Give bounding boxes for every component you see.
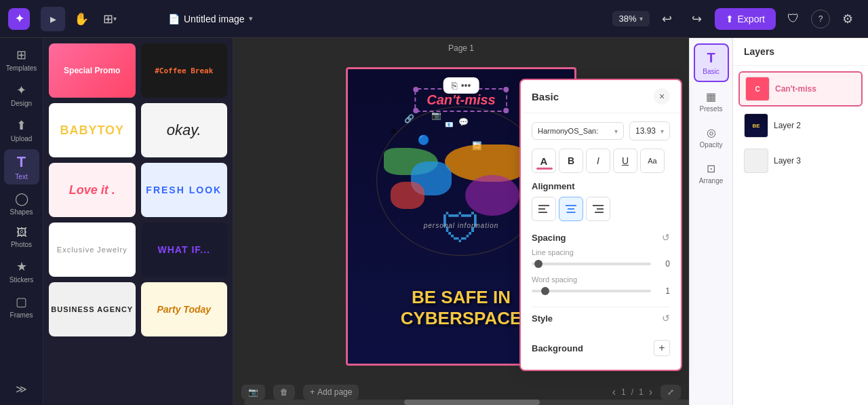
font-selector[interactable]: HarmonyOS_San: ▾ <box>532 122 624 140</box>
redo-btn[interactable]: ↪ <box>685 7 709 31</box>
text-icon: T <box>17 153 26 171</box>
text-color-btn[interactable]: A <box>532 149 556 173</box>
line-spacing-label: Line spacing <box>532 248 670 256</box>
help-btn[interactable]: ? <box>811 9 830 28</box>
line-spacing-track[interactable] <box>532 263 651 265</box>
sidebar-item-frames[interactable]: ▢ Frames <box>4 290 39 323</box>
canvas-scrollbar[interactable] <box>233 374 689 379</box>
case-btn[interactable]: Aa <box>640 149 665 173</box>
design-icon: ✦ <box>16 83 26 98</box>
grid-tool[interactable]: ⊞ ▾ <box>98 7 122 31</box>
font-row: HarmonyOS_San: ▾ 13.93 ▾ <box>532 121 670 140</box>
zoom-level: 38% <box>619 14 637 24</box>
frames-label: Frames <box>10 311 33 319</box>
basic-panel-close-btn[interactable]: × <box>654 88 670 104</box>
font-size-selector[interactable]: 13.93 ▾ <box>629 121 670 140</box>
layer-name: Layer 3 <box>774 156 801 166</box>
sidebar-item-templates[interactable]: ⊞ Templates <box>4 43 39 76</box>
canvas-capture-btn[interactable]: 📷 <box>241 385 265 400</box>
main-area: ⊞ Templates ✦ Design ⬆ Upload T Text ◯ S… <box>0 38 868 405</box>
document-title[interactable]: 📄 Untitled image ▾ <box>168 14 253 24</box>
stickers-icon: ★ <box>16 259 27 274</box>
background-add-btn[interactable]: + <box>654 340 670 356</box>
layer-item[interactable]: Layer 3 <box>738 144 863 177</box>
template-coffee-break[interactable]: #Coffee Break <box>141 43 228 98</box>
align-right-btn[interactable] <box>586 197 610 221</box>
sidebar-item-design[interactable]: ✦ Design <box>4 79 39 111</box>
svg-rect-4 <box>568 208 574 210</box>
canvas-delete-btn[interactable]: 🗑 <box>273 385 295 400</box>
zoom-chevron: ▾ <box>639 15 643 22</box>
template-okay[interactable]: okay. <box>141 103 228 157</box>
layer-item[interactable]: C Can't-miss <box>738 71 863 107</box>
spacing-label: Spacing <box>532 233 566 243</box>
template-fresh-look[interactable]: FRESH LOOK <box>141 163 228 217</box>
panel-icon-basic[interactable]: T Basic <box>694 43 729 82</box>
sidebar-item-stickers[interactable]: ★ Stickers <box>4 255 39 288</box>
font-size-chevron: ▾ <box>660 128 664 135</box>
sidebar-collapse-btn[interactable]: ≫ <box>4 379 39 400</box>
templates-panel: Special Promo #Coffee Break BABYTOY okay… <box>43 38 233 405</box>
underline-btn[interactable]: U <box>613 149 637 173</box>
italic-btn[interactable]: I <box>586 149 610 173</box>
template-business-agency[interactable]: BUSINESS AGENCY <box>49 282 136 336</box>
template-party-today[interactable]: Party Today <box>141 282 228 336</box>
sidebar-item-text[interactable]: T Text <box>4 149 39 185</box>
line-spacing-value: 0 <box>656 259 670 269</box>
style-reset-btn[interactable]: ↺ <box>662 313 670 324</box>
page-next-btn[interactable]: › <box>649 386 652 398</box>
page-indicator: ‹ 1 / 1 › <box>612 386 652 398</box>
align-center-btn[interactable] <box>559 197 583 221</box>
sidebar-item-shapes[interactable]: ◯ Shapes <box>4 187 39 220</box>
undo-btn[interactable]: ↩ <box>655 7 679 31</box>
line-spacing-slider-row: 0 <box>532 259 670 269</box>
zoom-control[interactable]: 38% ▾ <box>612 11 650 26</box>
presets-icon: ▦ <box>706 90 716 103</box>
layer-thumbnail: BE <box>744 113 768 138</box>
more-options-btn[interactable]: ••• <box>461 80 471 91</box>
hand-tool[interactable]: ✋ <box>69 7 94 31</box>
panel-icon-arrange[interactable]: ⊡ Arrange <box>694 157 729 190</box>
upload-icon: ⬆ <box>16 118 26 133</box>
pointer-tool[interactable]: ▸ <box>41 7 65 31</box>
align-left-btn[interactable] <box>532 197 556 221</box>
collapse-icon: ≫ <box>16 383 27 396</box>
template-special-promo[interactable]: Special Promo <box>49 43 136 98</box>
panel-icon-presets[interactable]: ▦ Presets <box>694 85 729 118</box>
spacing-header: Spacing ↺ <box>532 232 670 243</box>
shield-btn[interactable]: 🛡 <box>781 7 806 31</box>
spacing-reset-btn[interactable]: ↺ <box>662 232 670 243</box>
left-sidebar: ⊞ Templates ✦ Design ⬆ Upload T Text ◯ S… <box>0 38 43 405</box>
template-what-if[interactable]: WHAT IF... <box>141 223 228 277</box>
svg-rect-1 <box>538 208 545 210</box>
add-page-btn[interactable]: + Add page <box>303 385 359 400</box>
app-logo[interactable]: ✦ <box>8 8 30 30</box>
style-section: Style ↺ <box>532 307 670 329</box>
page-prev-btn[interactable]: ‹ <box>612 386 616 398</box>
line-spacing-thumb[interactable] <box>534 260 542 268</box>
template-exclusive-jewelry[interactable]: Exclusive Jewelry <box>49 223 136 277</box>
style-header: Style ↺ <box>532 307 670 329</box>
canvas-top-bar: Page 1 <box>233 38 689 58</box>
basic-panel-header: Basic × <box>521 80 681 113</box>
add-page-label: Add page <box>317 387 352 397</box>
settings-btn[interactable]: ⚙ <box>835 7 860 31</box>
background-label: Background <box>532 343 583 353</box>
sidebar-item-photos[interactable]: 🖼 Photos <box>4 223 39 252</box>
photos-icon: 🖼 <box>16 227 27 239</box>
copy-btn[interactable]: ⎘ <box>452 80 457 91</box>
template-love-it[interactable]: Love it . <box>49 163 136 217</box>
word-spacing-thumb[interactable] <box>541 287 549 295</box>
basic-panel-body: HarmonyOS_San: ▾ 13.93 ▾ A B <box>521 113 681 370</box>
layer-thumbnail <box>744 149 768 173</box>
panel-icon-opacity[interactable]: ◎ Opacity <box>694 121 729 154</box>
template-babytoy[interactable]: BABYTOY <box>49 103 136 157</box>
bold-btn[interactable]: B <box>559 149 583 173</box>
sidebar-item-upload[interactable]: ⬆ Upload <box>4 114 39 147</box>
export-button[interactable]: ⬆ Export <box>715 8 776 30</box>
fullscreen-btn[interactable]: ⤢ <box>660 385 681 400</box>
sub-text-content: personal information <box>424 222 499 229</box>
layer-item[interactable]: BE Layer 2 <box>738 109 863 142</box>
word-spacing-track[interactable] <box>532 290 651 292</box>
background-header: Background + <box>532 334 670 362</box>
